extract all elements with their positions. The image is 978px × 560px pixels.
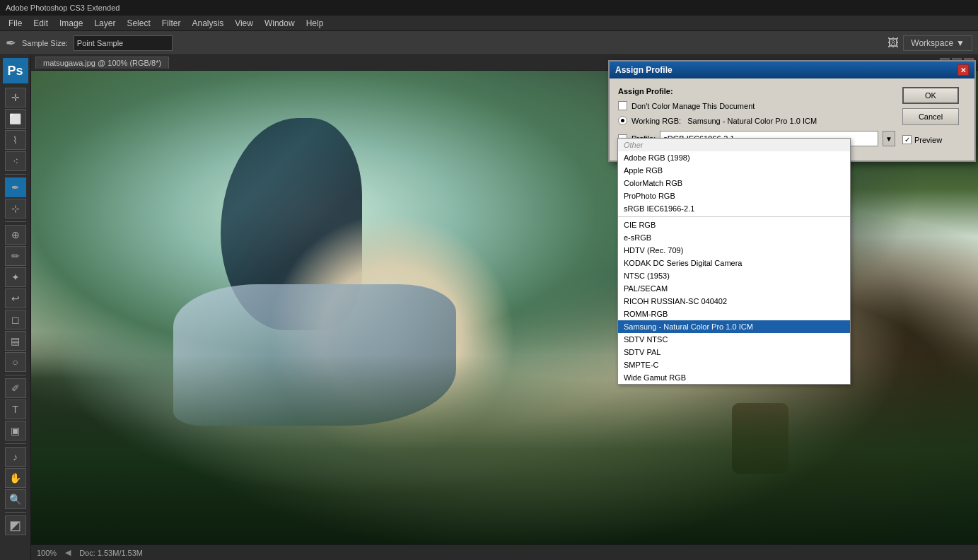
working-rgb-label: Working RGB: Samsung - Natural Color Pro… [631,117,817,125]
dropdown-item-ntsc[interactable]: NTSC (1953) [618,269,850,282]
clone-stamp-tool[interactable]: ✦ [5,267,26,287]
dialog-titlebar: Assign Profile ✕ [610,62,974,78]
dropdown-item-adobe-rgb[interactable]: Adobe RGB (1998) [618,151,850,164]
dropdown-item-hdtv[interactable]: HDTV (Rec. 709) [618,244,850,257]
dodge-tool[interactable]: ○ [5,352,26,372]
workspace-button[interactable]: Workspace ▼ [903,35,972,51]
eyedropper-tool[interactable]: ✒ [5,177,26,197]
dropdown-item-wide-gamut[interactable]: Wide Gamut RGB [618,371,850,384]
doc-info: Doc: 1.53M/1.53M [79,549,143,557]
dropdown-item-e-srgb[interactable]: e-sRGB [618,231,850,244]
dialog-close-button[interactable]: ✕ [957,64,969,76]
dropdown-item-smpte-c[interactable]: SMPTE-C [618,358,850,371]
dropdown-sep-1 [618,216,850,217]
title-bar: Adobe Photoshop CS3 Extended [0,0,978,16]
zoom-tool[interactable]: 🔍 [5,489,26,509]
status-bar: 100% ◀ Doc: 1.53M/1.53M [31,544,978,560]
eyedropper-tool-icon: ✒ [6,35,16,51]
options-bar: ✒ Sample Size: 🖼 Workspace ▼ [0,31,978,55]
dont-color-manage-row: Don't Color Manage This Document [618,101,895,110]
dialog-title: Assign Profile [615,65,673,75]
marquee-tool[interactable]: ⬜ [5,109,26,129]
preview-area: ✓ Preview [902,135,966,144]
profile-dropdown-list: Other Adobe RGB (1998) Apple RGB ColorMa… [617,138,851,385]
quick-select-tool[interactable]: ⁖ [5,151,26,171]
ok-button[interactable]: OK [902,87,959,104]
dropdown-item-cie-rgb[interactable]: CIE RGB [618,218,850,231]
menu-filter[interactable]: Filter [156,17,187,30]
dialog-right-panel: OK Cancel ✓ Preview [902,87,966,152]
dropdown-item-romm-rgb[interactable]: ROMM-RGB [618,308,850,320]
menu-select[interactable]: Select [121,17,156,30]
menu-image[interactable]: Image [54,17,88,30]
menu-help[interactable]: Help [301,17,330,30]
dont-color-manage-label: Don't Color Manage This Document [631,102,755,110]
dropdown-item-colormatch-rgb[interactable]: ColorMatch RGB [618,177,850,189]
brush-tool[interactable]: ✏ [5,246,26,266]
eraser-tool[interactable]: ◻ [5,310,26,329]
menu-bar: File Edit Image Layer Select Filter Anal… [0,16,978,31]
nav-left-icon[interactable]: ◀ [65,548,71,557]
pen-tool[interactable]: ✐ [5,378,26,398]
working-rgb-radio[interactable] [618,116,627,125]
menu-file[interactable]: File [3,17,28,30]
dropdown-item-kodak[interactable]: KODAK DC Series Digital Camera [618,257,850,269]
toolbar-sep-3 [5,375,26,375]
toolbar-sep-4 [5,443,26,444]
dropdown-item-srgb[interactable]: sRGB IEC61966-2.1 [618,202,850,215]
ps-logo: Ps [3,58,28,83]
document-tab[interactable]: matsugawa.jpg @ 100% (RGB/8*) [35,57,169,69]
zoom-level: 100% [37,549,57,557]
history-brush-tool[interactable]: ↩ [5,288,26,308]
crop-tool[interactable]: ⊹ [5,199,26,218]
preview-label: Preview [914,136,942,144]
assign-profile-section-label: Assign Profile: [618,87,895,95]
foreground-bg-tool[interactable]: ◩ [5,515,26,535]
toolbar-sep-1 [5,174,26,175]
dont-color-manage-checkbox[interactable] [618,101,627,110]
preview-checkmark: ✓ [904,136,910,144]
move-tool[interactable]: ✛ [5,88,26,107]
toolbar-sep-5 [5,512,26,513]
dropdown-item-samsung[interactable]: Samsung - Natural Color Pro 1.0 ICM [618,320,850,333]
app-title: Adobe Photoshop CS3 Extended [6,4,120,12]
dropdown-group-other: Other [618,139,850,151]
shape-tool[interactable]: ▣ [5,421,26,441]
cancel-button[interactable]: Cancel [902,108,959,125]
working-rgb-row: Working RGB: Samsung - Natural Color Pro… [618,116,895,125]
toolbar-sep-2 [5,221,26,222]
text-tool[interactable]: T [5,399,26,419]
left-toolbar: Ps ✛ ⬜ ⌇ ⁖ ✒ ⊹ ⊕ ✏ ✦ ↩ ◻ ▤ ○ ✐ T ▣ ♪ ✋ 🔍… [0,55,31,560]
workspace-icon: 🖼 [887,37,899,49]
menu-edit[interactable]: Edit [28,17,54,30]
menu-view[interactable]: View [229,17,259,30]
menu-analysis[interactable]: Analysis [186,17,229,30]
profile-dropdown-arrow[interactable]: ▼ [883,131,895,146]
gradient-tool[interactable]: ▤ [5,331,26,351]
lasso-tool[interactable]: ⌇ [5,130,26,150]
sample-size-label: Sample Size: [22,39,68,47]
document-title: matsugawa.jpg @ 100% (RGB/8*) [43,59,161,67]
dropdown-item-sdtv-ntsc[interactable]: SDTV NTSC [618,333,850,346]
hand-tool[interactable]: ✋ [5,468,26,488]
dropdown-item-prophoto-rgb[interactable]: ProPhoto RGB [618,189,850,202]
menu-layer[interactable]: Layer [88,17,121,30]
sample-size-input[interactable] [74,35,173,51]
preview-row: ✓ Preview [902,135,966,144]
menu-window[interactable]: Window [259,17,301,30]
notes-tool[interactable]: ♪ [5,447,26,467]
dropdown-item-ricoh[interactable]: RICOH RUSSIAN-SC 040402 [618,295,850,308]
dropdown-item-sdtv-pal[interactable]: SDTV PAL [618,346,850,358]
healing-tool[interactable]: ⊕ [5,225,26,245]
dropdown-item-pal-secam[interactable]: PAL/SECAM [618,282,850,295]
dropdown-item-apple-rgb[interactable]: Apple RGB [618,164,850,177]
preview-checkbox[interactable]: ✓ [902,135,912,144]
